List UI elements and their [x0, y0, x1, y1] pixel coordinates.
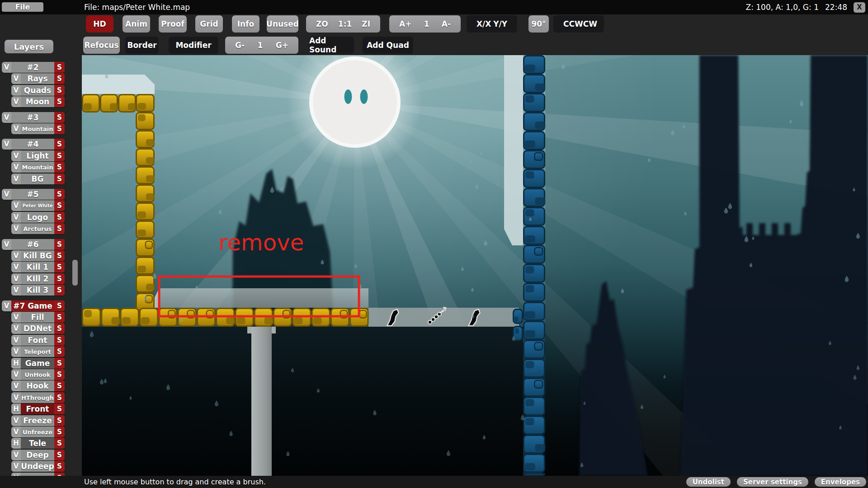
layer-row-kill-bg[interactable]: VKill BGS	[11, 250, 65, 261]
layer-row-fill[interactable]: VFillS	[11, 312, 65, 323]
layer-row-font[interactable]: VFontS	[11, 335, 65, 346]
visibility-toggle[interactable]: V	[11, 150, 21, 161]
layer-row-teleport[interactable]: VTeleportS	[11, 346, 65, 357]
border-button[interactable]: Border	[125, 37, 159, 54]
layer-row-kill-3[interactable]: VKill 3S	[11, 285, 65, 296]
solo-button[interactable]: S	[54, 73, 65, 84]
visibility-toggle[interactable]: V	[11, 450, 21, 460]
layer-row-undeep[interactable]: VUndeepS	[11, 461, 65, 472]
group-row--6[interactable]: V#6S	[2, 239, 65, 250]
visibility-toggle[interactable]: V	[11, 461, 21, 472]
solo-button[interactable]: S	[54, 139, 65, 150]
layer-row-unfreeze[interactable]: VUnfreezeS	[11, 427, 65, 437]
visibility-toggle[interactable]: V	[11, 392, 21, 403]
layer-row-hook[interactable]: VHookS	[11, 380, 65, 391]
visibility-toggle[interactable]: V	[11, 273, 21, 284]
layer-row-front[interactable]: HFrontS	[11, 404, 65, 414]
solo-button[interactable]: S	[54, 273, 65, 284]
layer-row-kill-1[interactable]: VKill 1S	[11, 262, 65, 272]
layer-row-moon[interactable]: VMoonS	[11, 96, 65, 107]
solo-button[interactable]: S	[54, 112, 65, 123]
layer-row-quads[interactable]: VQuadsS	[11, 85, 65, 96]
solo-button[interactable]: S	[54, 461, 65, 472]
layer-row-freeze[interactable]: VFreezeS	[11, 415, 65, 426]
group-row--7-game[interactable]: V#7 GameS	[2, 300, 65, 311]
solo-button[interactable]: S	[54, 212, 65, 223]
group-row--5[interactable]: V#5S	[2, 189, 65, 200]
layer-row-rays[interactable]: VRaysS	[11, 73, 65, 84]
solo-button[interactable]: S	[54, 123, 65, 134]
solo-button[interactable]: S	[54, 392, 65, 403]
visibility-toggle[interactable]: H	[11, 404, 21, 414]
solo-button[interactable]: S	[54, 369, 65, 380]
visibility-toggle[interactable]: V	[11, 162, 21, 173]
visibility-toggle[interactable]: V	[11, 323, 21, 334]
grid-plus-button[interactable]: G+	[276, 41, 288, 50]
refocus-button[interactable]: Refocus	[83, 37, 120, 54]
layers-scrollbar-thumb[interactable]	[72, 260, 78, 286]
solo-button[interactable]: S	[54, 150, 65, 161]
solo-button[interactable]: S	[54, 200, 65, 211]
visibility-toggle[interactable]: V	[11, 85, 21, 96]
visibility-toggle[interactable]: V	[11, 174, 21, 184]
proof-toggle-button[interactable]: Proof	[159, 15, 187, 33]
visibility-toggle[interactable]: V	[2, 189, 11, 200]
solo-button[interactable]: S	[54, 85, 65, 96]
visibility-toggle[interactable]: H	[11, 358, 21, 369]
solo-button[interactable]: S	[54, 427, 65, 437]
visibility-toggle[interactable]: V	[11, 285, 21, 296]
visibility-toggle[interactable]: V	[11, 223, 21, 234]
rotate-amount-button[interactable]: 90°	[528, 15, 549, 33]
visibility-toggle[interactable]: V	[11, 427, 21, 437]
layer-row-logo[interactable]: VLogoS	[11, 212, 65, 223]
layer-row-tele[interactable]: HTeleS	[11, 438, 65, 449]
layer-row-ddnet[interactable]: VDDNetS	[11, 323, 65, 334]
visibility-toggle[interactable]: V	[11, 335, 21, 346]
visibility-toggle[interactable]: V	[2, 300, 11, 311]
info-toggle-button[interactable]: Info	[232, 15, 259, 33]
solo-button[interactable]: S	[54, 323, 65, 334]
solo-button[interactable]: S	[54, 96, 65, 107]
visibility-toggle[interactable]: V	[11, 96, 21, 107]
add-sound-button[interactable]: Add Sound	[309, 37, 354, 54]
solo-button[interactable]: S	[54, 189, 65, 200]
close-icon[interactable]: X	[854, 2, 865, 13]
solo-button[interactable]: S	[54, 312, 65, 323]
anim-faster-button[interactable]: A+	[399, 19, 411, 28]
solo-button[interactable]: S	[54, 380, 65, 391]
layer-row-peter-white[interactable]: VPeter WhiteS	[11, 200, 65, 211]
solo-button[interactable]: S	[54, 450, 65, 460]
group-row--4[interactable]: V#4S	[2, 139, 65, 150]
visibility-toggle[interactable]: V	[11, 415, 21, 426]
zoom-in-button[interactable]: ZI	[362, 19, 370, 28]
file-menu-button[interactable]: File	[2, 2, 43, 12]
rotate-cw-button[interactable]: CW	[583, 19, 597, 28]
rotate-ccw-button[interactable]: CCW	[563, 19, 583, 28]
flip-x-button[interactable]: X/X	[476, 19, 491, 28]
solo-button[interactable]: S	[54, 358, 65, 369]
visibility-toggle[interactable]: V	[11, 250, 21, 261]
map-canvas[interactable]: remove	[82, 55, 868, 476]
visibility-toggle[interactable]: V	[11, 200, 21, 211]
visibility-toggle[interactable]: V	[2, 62, 11, 73]
group-row--2[interactable]: V#2S	[2, 62, 65, 73]
visibility-toggle[interactable]: V	[11, 212, 21, 223]
envelopes-button[interactable]: Envelopes	[815, 477, 866, 487]
visibility-toggle[interactable]: V	[11, 73, 21, 84]
layer-row-arcturus[interactable]: VArcturusS	[11, 223, 65, 234]
layer-row-deep[interactable]: VDeepS	[11, 450, 65, 460]
solo-button[interactable]: S	[54, 404, 65, 414]
layer-row-kill-2[interactable]: VKIll 2S	[11, 273, 65, 284]
solo-button[interactable]: S	[54, 174, 65, 184]
solo-button[interactable]: S	[54, 239, 65, 250]
zoom-out-button[interactable]: ZO	[316, 19, 328, 28]
solo-button[interactable]: S	[54, 335, 65, 346]
group-row--3[interactable]: V#3S	[2, 112, 65, 123]
flip-y-button[interactable]: Y/Y	[493, 19, 507, 28]
solo-button[interactable]: S	[54, 223, 65, 234]
solo-button[interactable]: S	[54, 346, 65, 357]
solo-button[interactable]: S	[54, 262, 65, 272]
layer-row-game[interactable]: HGameS	[11, 358, 65, 369]
layers-panel-button[interactable]: Layers	[5, 40, 53, 53]
visibility-toggle[interactable]: V	[11, 312, 21, 323]
